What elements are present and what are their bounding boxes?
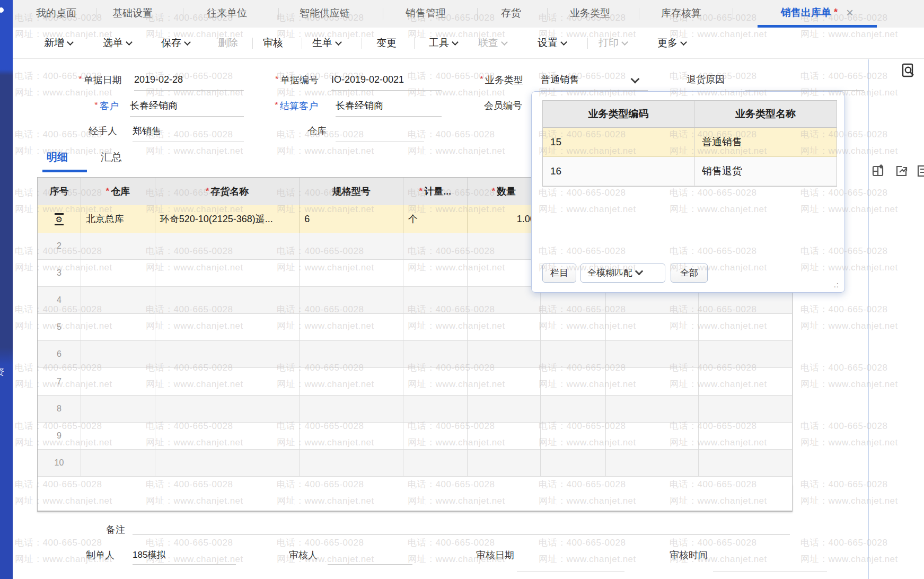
cell-empty[interactable] [155,233,300,260]
row-number[interactable]: 7 [38,369,81,396]
row-number[interactable]: 3 [38,260,81,287]
cell-empty[interactable] [300,396,403,423]
tools-button[interactable]: 工具 [429,28,457,58]
handler-field[interactable]: 郑销售 [133,124,161,138]
biz-type-row-selected[interactable]: 15 普通销售 [543,128,837,157]
cell-empty[interactable] [541,341,606,368]
cell-empty[interactable] [300,341,403,368]
bill-no-field[interactable]: IO-2019-02-0021 [331,73,404,86]
cell-empty[interactable] [403,341,468,368]
cell-empty[interactable] [403,369,468,396]
col-header-warehouse[interactable]: *仓库 [81,178,155,205]
remark-underline[interactable] [133,534,790,535]
cell-empty[interactable] [155,396,300,423]
cell-empty[interactable] [403,314,468,341]
tab-detail[interactable]: 明细 [47,150,68,164]
return-reason-underline[interactable] [745,90,864,91]
grid-row-empty[interactable]: 8 [38,396,792,423]
tab-my-desktop[interactable]: 我的桌面 [36,0,76,28]
col-header-qty[interactable]: *数量 [468,178,541,205]
biz-type-row[interactable]: 16 销售退货 [543,157,837,186]
cell-empty[interactable] [81,233,155,260]
cell-empty[interactable] [699,450,792,477]
row-number[interactable]: 5 [38,314,81,341]
cell-empty[interactable] [300,450,403,477]
cell-empty[interactable] [81,260,155,287]
cell-empty[interactable] [468,450,541,477]
cell-empty[interactable] [155,287,300,314]
document-search-icon[interactable] [901,63,916,78]
cell-empty[interactable] [300,423,403,450]
cell-empty[interactable] [468,260,541,287]
close-tab-icon[interactable]: × [846,7,853,18]
row-number[interactable]: 9 [38,423,81,450]
cell-empty[interactable] [81,341,155,368]
cell-empty[interactable] [699,423,792,450]
resize-grip-icon[interactable]: .: [834,280,839,289]
cell-empty[interactable] [403,450,468,477]
cell-empty[interactable] [81,369,155,396]
cell-empty[interactable] [81,423,155,450]
cell-empty[interactable] [541,450,606,477]
new-button[interactable]: 新增 [44,28,73,58]
customer-field[interactable]: 长春经销商 [130,99,178,112]
cell-warehouse[interactable]: 北京总库 [81,205,155,233]
cell-empty[interactable] [81,314,155,341]
cell-empty[interactable] [468,287,541,314]
settings-button[interactable]: 设置 [538,28,566,58]
cell-empty[interactable] [155,314,300,341]
cell-empty[interactable] [403,423,468,450]
change-button[interactable]: 变更 [376,28,397,58]
settle-customer-label[interactable]: *结算客户 [275,99,318,112]
cell-empty[interactable] [541,369,606,396]
biz-type-dropdown-icon[interactable] [632,76,638,86]
cell-item-name[interactable]: 环奇520-10(2125-368)遥... [155,205,300,233]
cell-spec[interactable]: 6 [300,205,403,233]
row-settings-cell[interactable]: ⚙ [38,205,81,233]
tab-basic-setup[interactable]: 基础设置 [112,0,153,28]
row-number[interactable]: 10 [38,450,81,477]
columns-button[interactable]: 栏目 [542,264,576,283]
cell-empty[interactable] [403,287,468,314]
col-header-seq[interactable]: 序号 [38,178,81,205]
tab-partners[interactable]: 往来单位 [207,0,247,28]
save-button[interactable]: 保存 [161,28,190,58]
row-number[interactable]: 2 [38,233,81,260]
clipped-document-icon[interactable] [917,164,924,177]
generate-bill-button[interactable]: 生单 [312,28,341,58]
tab-sales-mgmt[interactable]: 销售管理 [406,0,446,28]
cell-empty[interactable] [541,423,606,450]
select-bill-button[interactable]: 选单 [103,28,131,58]
cell-empty[interactable] [699,341,792,368]
grid-row-empty[interactable]: 10 [38,450,792,477]
cell-empty[interactable] [699,396,792,423]
cell-empty[interactable] [699,369,792,396]
cell-empty[interactable] [155,260,300,287]
settle-customer-field[interactable]: 长春经销商 [336,99,383,112]
gear-icon[interactable]: ⚙ [55,213,64,225]
bill-date-field[interactable]: 2019-02-28 [134,73,183,86]
cell-empty[interactable] [606,423,699,450]
grid-row-empty[interactable]: 5 [38,314,792,341]
warehouse-underline[interactable] [336,142,424,142]
row-number[interactable]: 4 [38,287,81,314]
cell-empty[interactable] [155,423,300,450]
cell-empty[interactable] [606,314,699,341]
cell-empty[interactable] [403,233,468,260]
tab-supply-chain[interactable]: 智能供应链 [300,0,350,28]
panel-divider[interactable] [868,59,869,579]
cell-empty[interactable] [468,423,541,450]
cell-empty[interactable] [155,341,300,368]
nav-collapse-dot-icon[interactable] [0,7,4,13]
cell-empty[interactable] [468,369,541,396]
cell-empty[interactable] [606,341,699,368]
row-number[interactable]: 6 [38,341,81,368]
tab-inventory[interactable]: 存货 [501,0,521,28]
cell-empty[interactable] [81,396,155,423]
grid-row-empty[interactable]: 9 [38,423,792,450]
grid-row-empty[interactable]: 7 [38,369,792,396]
cell-empty[interactable] [300,233,403,260]
tab-summary[interactable]: 汇总 [101,150,122,164]
customer-label[interactable]: *客户 [94,99,119,112]
col-header-unit[interactable]: *计量... [403,178,468,205]
